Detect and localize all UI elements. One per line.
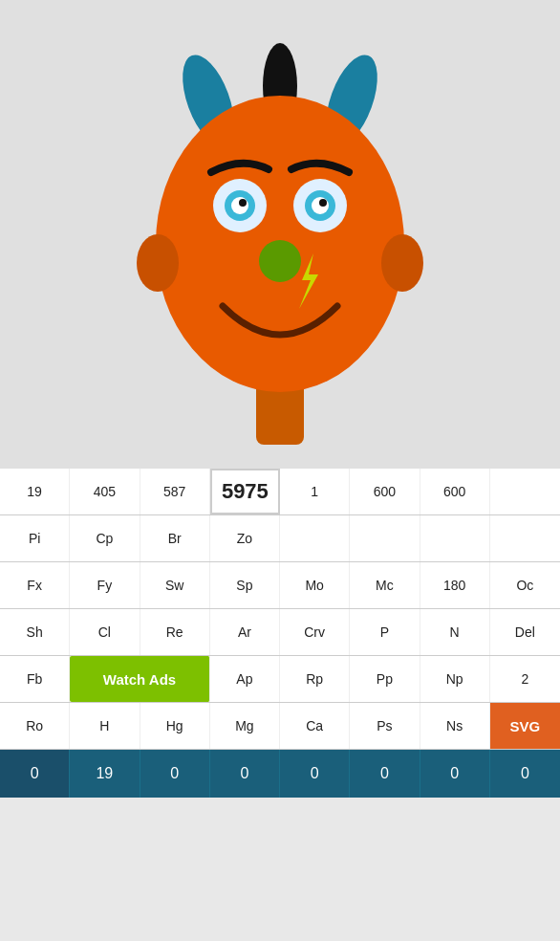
svg-point-11 xyxy=(231,197,248,214)
cell-1: 1 xyxy=(280,469,350,514)
bottom-row: 0 19 0 0 0 0 0 0 xyxy=(0,750,560,798)
row-fb: Fb Watch Ads Ap Rp Pp Np 2 xyxy=(0,656,560,703)
bottom-cell-0a: 0 xyxy=(0,750,70,798)
svg-point-14 xyxy=(319,199,327,207)
cell-180: 180 xyxy=(420,562,490,608)
cell-crv: Crv xyxy=(280,609,350,655)
character-area xyxy=(0,0,560,469)
cell-p: P xyxy=(350,609,420,655)
bottom-cell-0g: 0 xyxy=(490,750,560,798)
cell-cp: Cp xyxy=(70,515,140,561)
cell-ps: Ps xyxy=(350,703,420,749)
row-numbers: 19 405 587 5975 1 600 600 xyxy=(0,469,560,515)
svg-point-12 xyxy=(312,197,329,214)
cell-h: H xyxy=(70,703,140,749)
cell-br: Br xyxy=(140,515,210,561)
cell-pi: Pi xyxy=(0,515,70,561)
cell-empty-r2c xyxy=(420,515,490,561)
bottom-cell-0d: 0 xyxy=(280,750,350,798)
cell-2: 2 xyxy=(490,656,560,702)
bottom-cell-0f: 0 xyxy=(420,750,490,798)
cell-pp: Pp xyxy=(350,656,420,702)
cell-fb: Fb xyxy=(0,656,70,702)
row-sh: Sh Cl Re Ar Crv P N Del xyxy=(0,609,560,656)
bottom-cell-0e: 0 xyxy=(350,750,420,798)
cell-600a: 600 xyxy=(350,469,420,514)
bottom-cell-0b: 0 xyxy=(140,750,210,798)
svg-point-5 xyxy=(137,234,179,292)
cell-sw: Sw xyxy=(140,562,210,608)
cell-ns: Ns xyxy=(420,703,490,749)
cell-sp: Sp xyxy=(210,562,280,608)
cell-ap: Ap xyxy=(210,656,280,702)
cell-rp: Rp xyxy=(280,656,350,702)
svg-point-6 xyxy=(381,234,423,292)
bottom-cell-19: 19 xyxy=(70,750,140,798)
cell-empty-r2d xyxy=(490,515,560,561)
cell-hg: Hg xyxy=(140,703,210,749)
cell-np: Np xyxy=(420,656,490,702)
row-ro: Ro H Hg Mg Ca Ps Ns SVG xyxy=(0,703,560,750)
cell-405: 405 xyxy=(70,469,140,514)
cell-sh: Sh xyxy=(0,609,70,655)
cell-cl: Cl xyxy=(70,609,140,655)
cell-587: 587 xyxy=(140,469,210,514)
cell-empty-r2a xyxy=(280,515,350,561)
cell-ca: Ca xyxy=(280,703,350,749)
cell-5975: 5975 xyxy=(210,469,280,514)
cell-n: N xyxy=(420,609,490,655)
cell-fy: Fy xyxy=(70,562,140,608)
row-pi: Pi Cp Br Zo xyxy=(0,515,560,562)
cell-fx: Fx xyxy=(0,562,70,608)
cell-empty-r2b xyxy=(350,515,420,561)
cell-ro: Ro xyxy=(0,703,70,749)
cell-mg: Mg xyxy=(210,703,280,749)
bottom-cell-0c: 0 xyxy=(210,750,280,798)
cell-19: 19 xyxy=(0,469,70,514)
svg-point-13 xyxy=(239,199,247,207)
cell-empty-r1 xyxy=(490,469,560,514)
cell-mc: Mc xyxy=(350,562,420,608)
character-svg xyxy=(127,14,433,454)
cell-re: Re xyxy=(140,609,210,655)
svg-button[interactable]: SVG xyxy=(490,703,560,749)
grid-area: 19 405 587 5975 1 600 600 Pi Cp Br Zo Fx… xyxy=(0,469,560,798)
cell-ar: Ar xyxy=(210,609,280,655)
cell-mo: Mo xyxy=(280,562,350,608)
watch-ads-button[interactable]: Watch Ads xyxy=(70,656,210,702)
svg-point-15 xyxy=(259,240,301,282)
cell-del: Del xyxy=(490,609,560,655)
row-fx: Fx Fy Sw Sp Mo Mc 180 Oc xyxy=(0,562,560,609)
cell-600b: 600 xyxy=(420,469,490,514)
cell-zo: Zo xyxy=(210,515,280,561)
cell-oc: Oc xyxy=(490,562,560,608)
